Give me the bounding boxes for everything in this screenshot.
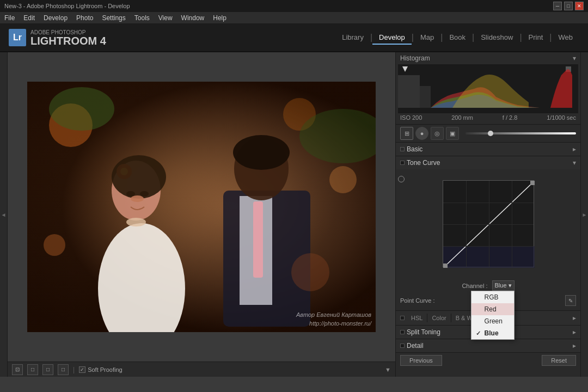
previous-button[interactable]: Previous: [400, 355, 442, 366]
dropdown-arrow: ▾: [509, 282, 512, 289]
svg-point-13: [131, 195, 144, 202]
basic-section-expand[interactable]: ▸: [573, 145, 576, 153]
histogram-info: ISO 200 200 mm f / 2.8 1/1000 sec: [396, 113, 580, 122]
green-label: Green: [485, 317, 503, 325]
histogram-title: Histogram: [400, 54, 430, 62]
bottom-toolbar: ⊡ □ □ □ | Soft Proofing ▼: [8, 362, 395, 377]
basic-section-title: Basic: [407, 145, 422, 153]
detail-header[interactable]: Detail ▸: [396, 339, 580, 352]
exposure-thumb[interactable]: [488, 131, 493, 136]
grid-h3: [443, 246, 534, 247]
menu-window[interactable]: Window: [181, 14, 205, 22]
svg-point-7: [126, 218, 146, 226]
gradient-tool[interactable]: ▣: [446, 127, 459, 140]
histogram-collapse-icon[interactable]: ▾: [573, 54, 576, 62]
adobe-text: ADOBE PHOTOSHOP: [30, 29, 106, 35]
channel-dropdown[interactable]: Blue ▾: [492, 280, 514, 291]
left-collapse-arrow: ◄: [1, 212, 7, 218]
point-curve-label: Point Curve :: [400, 297, 435, 304]
menu-view[interactable]: View: [158, 14, 173, 22]
basic-section-header[interactable]: Basic ▸: [396, 143, 580, 156]
hsl-indicator: [400, 316, 405, 320]
shutter-value: 1/1000 sec: [547, 114, 576, 121]
soft-proofing-toggle[interactable]: Soft Proofing: [79, 366, 122, 373]
photo-frame: Автор Евгений Карташов http://photo-mons…: [27, 82, 376, 332]
menu-settings[interactable]: Settings: [102, 14, 125, 22]
menu-edit[interactable]: Edit: [23, 14, 35, 22]
zoom-controls: ▼: [385, 366, 391, 373]
hsl-tabs: HSL Color B & W: [407, 314, 477, 322]
histogram-header: Histogram ▾: [396, 52, 580, 64]
view-mode-button[interactable]: ⊡: [12, 364, 23, 375]
title-bar: New-3 - Adobe Photoshop Lightroom - Deve…: [0, 0, 588, 12]
nav-links: Library | Develop | Map | Book | Slidesh…: [335, 31, 579, 45]
nav-develop[interactable]: Develop: [372, 31, 412, 45]
restore-button[interactable]: □: [564, 2, 573, 10]
tone-curve-collapse[interactable]: ▾: [573, 159, 576, 167]
compare-btn3[interactable]: □: [58, 364, 69, 375]
detail-collapse[interactable]: ▸: [573, 342, 576, 350]
grid-h1: [443, 203, 534, 203]
menu-file[interactable]: File: [4, 14, 15, 22]
nav-web[interactable]: Web: [552, 31, 580, 45]
nav-library[interactable]: Library: [335, 31, 370, 45]
channel-label: Channel :: [462, 283, 487, 289]
nav-print[interactable]: Print: [522, 31, 550, 45]
right-collapse-arrow: ►: [582, 212, 587, 218]
channel-dropdown-wrapper: Blue ▾ RGB Red: [492, 280, 514, 291]
rgb-label: RGB: [485, 293, 499, 301]
svg-point-12: [233, 135, 290, 170]
soft-proofing-checkbox[interactable]: [79, 366, 85, 373]
exposure-slider[interactable]: [465, 132, 576, 134]
hsl-collapse[interactable]: ▸: [573, 314, 576, 322]
menu-photo[interactable]: Photo: [76, 14, 93, 22]
right-collapse-panel[interactable]: ►: [580, 52, 588, 377]
channel-option-red[interactable]: Red: [471, 303, 514, 315]
lr-title: ADOBE PHOTOSHOP LIGHTROOM 4: [30, 29, 106, 46]
blue-label: Blue: [485, 329, 499, 337]
grid-h2: [443, 224, 534, 225]
menu-develop[interactable]: Develop: [44, 14, 68, 22]
tab-hsl[interactable]: HSL: [407, 314, 427, 322]
red-label: Red: [485, 305, 497, 313]
nav-map[interactable]: Map: [414, 31, 440, 45]
red-eye-tool[interactable]: ◎: [431, 127, 444, 140]
svg-rect-27: [420, 86, 431, 108]
svg-point-18: [329, 166, 357, 193]
basic-section: Basic ▸: [396, 143, 580, 156]
compare-btn2[interactable]: □: [42, 364, 53, 375]
curve-edit-button[interactable]: ✎: [565, 295, 576, 306]
tools-row: ⊞ ● ◎ ▣: [396, 125, 580, 143]
curve-point-indicator[interactable]: [398, 176, 405, 182]
channel-option-blue[interactable]: ✓ Blue: [471, 327, 514, 339]
curve-graph[interactable]: [443, 180, 534, 267]
minimize-button[interactable]: ─: [553, 2, 562, 10]
photo-svg: [27, 82, 376, 332]
channel-option-rgb[interactable]: RGB: [471, 291, 514, 303]
menu-tools[interactable]: Tools: [134, 14, 150, 22]
soft-proofing-label: Soft Proofing: [88, 366, 122, 373]
reset-button[interactable]: Reset: [542, 355, 576, 366]
tab-color[interactable]: Color: [427, 314, 451, 322]
tone-curve-header[interactable]: Tone Curve ▾: [396, 156, 580, 169]
channel-option-green[interactable]: Green: [471, 315, 514, 327]
svg-point-15: [140, 191, 149, 197]
menu-help[interactable]: Help: [213, 14, 226, 22]
split-toning-indicator: [400, 330, 405, 334]
compare-btn1[interactable]: □: [27, 364, 38, 375]
svg-point-6: [112, 155, 166, 199]
split-toning-collapse[interactable]: ▸: [573, 328, 576, 336]
close-button[interactable]: ✕: [575, 2, 584, 10]
nav-book[interactable]: Book: [443, 31, 472, 45]
window-title: New-3 - Adobe Photoshop Lightroom - Deve…: [4, 3, 130, 9]
svg-rect-10: [253, 201, 263, 278]
left-collapse-panel[interactable]: ◄: [0, 52, 8, 377]
histogram-svg: [398, 64, 572, 111]
focal-value: 200 mm: [451, 114, 473, 121]
nav-slideshow[interactable]: Slideshow: [474, 31, 519, 45]
channel-value: Blue: [495, 282, 507, 289]
spot-removal-tool[interactable]: ●: [415, 127, 428, 140]
grid-v3: [512, 181, 512, 267]
center-area: Автор Евгений Карташов http://photo-mons…: [8, 52, 395, 377]
crop-tool[interactable]: ⊞: [400, 127, 413, 140]
